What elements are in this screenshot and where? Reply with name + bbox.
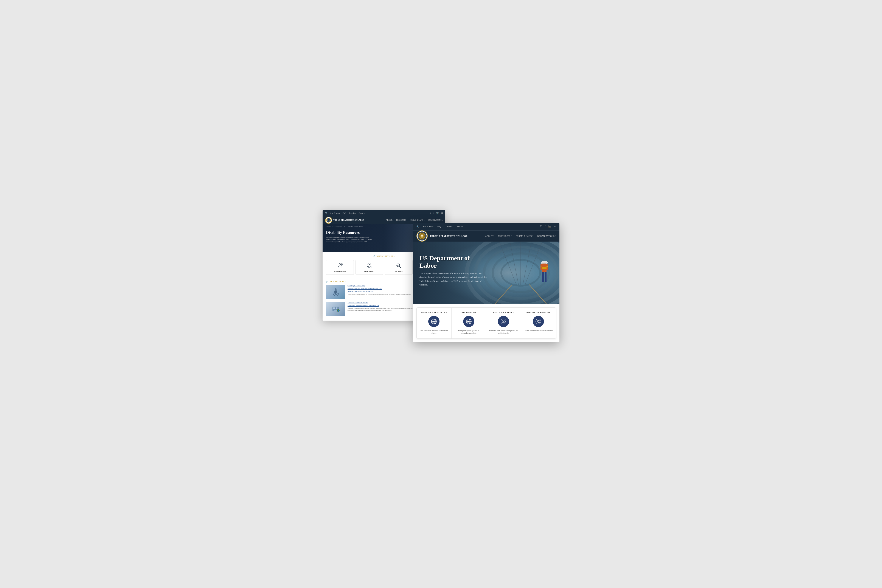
benefit-programs-icon (336, 262, 343, 269)
svg-rect-17 (336, 308, 338, 309)
svg-point-5 (368, 264, 369, 265)
back-nav-resources[interactable]: RESOURCES ▾ (396, 219, 407, 221)
front-hero-title: US Department of Labor (420, 255, 487, 269)
back-topbar: 🔍 A to Z Index FAQ Translate Connect 𝕏 f… (322, 210, 445, 216)
scene: 🔍 A to Z Index FAQ Translate Connect 𝕏 f… (322, 210, 560, 378)
front-social-instagram[interactable]: 📷 (548, 225, 551, 228)
svg-text:👤: 👤 (338, 310, 339, 312)
local-support-icon (366, 262, 373, 269)
svg-line-8 (399, 266, 401, 268)
front-hero-content: US Department of Labor The purpose of th… (413, 242, 494, 287)
local-support-label: Local Support (364, 270, 374, 272)
back-resource-img-office: 👤 (326, 302, 345, 316)
back-topbar-left: 🔍 A to Z Index FAQ Translate Connect (325, 212, 365, 214)
front-nav-resources[interactable]: RESOURCES ▾ (498, 235, 512, 237)
cat-health-safety-title: HEALTH & SAFETY (493, 312, 514, 314)
cat-job-support-icon (463, 316, 474, 327)
svg-point-12 (335, 288, 337, 290)
front-logo-inner (417, 231, 427, 240)
svg-text:DOL: DOL (327, 220, 330, 221)
back-grid-job-search[interactable]: Job Search (385, 260, 412, 275)
front-link-atoz[interactable]: A to Z Index (423, 225, 434, 228)
svg-point-64 (538, 320, 539, 321)
front-nav-orgs[interactable]: ORGANIZATIONS ▾ (537, 235, 556, 237)
back-link-atoz[interactable]: A to Z Index (330, 212, 340, 214)
svg-rect-18 (334, 310, 337, 311)
front-link-translate[interactable]: Translate (444, 225, 452, 228)
front-nav-about[interactable]: ABOUT ▾ (485, 235, 494, 237)
front-search-icon[interactable]: 🔍 (417, 225, 419, 228)
cat-disability-support[interactable]: DISABILITY SUPPORT Locate disability res… (521, 308, 556, 339)
front-topbar-social: 𝕏 f 📷 ✉ (536, 225, 556, 229)
back-hero-desc: Employment for Americans with disabiliti… (326, 236, 375, 243)
front-logo-text: THE US DEPARTMENT OF LABOR (430, 235, 468, 237)
front-nav-forms[interactable]: FORMS & LAWS ▾ (516, 235, 533, 237)
breadcrumb-current: DISABILITY RESOURCES (344, 226, 363, 228)
cat-workers-resources-desc: Gain resources for more secure work plac… (419, 329, 449, 334)
back-nav-orgs[interactable]: ORGANIZATIONS ▾ (428, 219, 443, 221)
forms-chevron: ▾ (532, 235, 533, 237)
front-nav-links: ABOUT ▾ RESOURCES ▾ FORMS & LAWS ▾ ORGAN… (485, 235, 556, 237)
front-nav: THE US DEPARTMENT OF LABOR ABOUT ▾ RESOU… (413, 230, 560, 242)
cat-health-safety-icon (498, 316, 509, 327)
front-hero-desc: The purpose of the Department of Labor i… (420, 272, 487, 287)
orgs-chevron: ▾ (555, 235, 556, 237)
back-resource-img-wheelchair (326, 285, 345, 299)
back-logo-seal: DOL (325, 217, 332, 224)
front-topbar-links: 🔍 A to Z Index FAQ Translate Connect (417, 225, 463, 228)
back-nav-forms[interactable]: FORMS & LAWS ▾ (410, 219, 424, 221)
cat-health-safety-desc: Find info on Coronavirus updates, & heal… (489, 329, 518, 334)
svg-point-14 (337, 293, 339, 296)
front-card-dol-main: 🔍 A to Z Index FAQ Translate Connect 𝕏 f… (413, 223, 560, 342)
back-social-twitter[interactable]: 𝕏 (430, 212, 431, 214)
back-social-facebook[interactable]: f (434, 212, 434, 214)
front-topbar: 🔍 A to Z Index FAQ Translate Connect 𝕏 f… (413, 223, 560, 230)
svg-point-6 (369, 264, 371, 265)
back-link-translate[interactable]: Translate (349, 212, 356, 214)
back-grid-local-support[interactable]: Local Support (356, 260, 383, 275)
cat-job-support-desc: Find job support, grants, & unemployment… (454, 329, 484, 334)
svg-point-13 (333, 293, 336, 296)
back-nav-logo: DOL THE US DEPARTMENT OF LABOR (325, 217, 364, 224)
back-nav-about[interactable]: ABOUT ▾ (386, 219, 393, 221)
svg-point-54 (435, 320, 436, 321)
front-logo-seal (417, 230, 428, 242)
back-link-faq[interactable]: FAQ (343, 212, 346, 214)
cat-job-support-title: JOB SUPPORT (461, 312, 476, 314)
cat-disability-support-icon (533, 316, 544, 327)
front-link-faq[interactable]: FAQ (437, 225, 441, 228)
breadcrumb-resources[interactable]: RESOURCES (333, 226, 342, 228)
cat-workers-resources-title: WORKER'S RESOURCES (421, 312, 447, 314)
cat-health-safety[interactable]: HEALTH & SAFETY Find info on Coronavirus… (486, 308, 521, 339)
breadcrumb-home[interactable]: HOME (326, 226, 331, 228)
cat-job-support[interactable]: JOB SUPPORT Find job support, grants, & … (452, 308, 486, 339)
front-nav-logo: THE US DEPARTMENT OF LABOR (417, 230, 468, 242)
cat-disability-support-desc: Locate disability resources & support (524, 329, 553, 332)
cat-workers-resources-icon (428, 316, 440, 327)
svg-rect-16 (333, 308, 335, 309)
cat-workers-resources[interactable]: WORKER'S RESOURCES Gain resources for mo… (417, 308, 452, 339)
job-search-icon (395, 262, 402, 269)
back-link-connect[interactable]: Connect (358, 212, 365, 214)
back-logo-text: THE US DEPARTMENT OF LABOR (333, 219, 364, 221)
back-social-email[interactable]: ✉ (441, 212, 443, 214)
job-search-label: Job Search (395, 270, 403, 272)
cat-disability-support-title: DISABILITY SUPPORT (526, 312, 550, 314)
front-link-connect[interactable]: Connect (456, 225, 463, 228)
front-hero: US Department of Labor The purpose of th… (413, 242, 560, 304)
back-grid-benefit-programs[interactable]: Benefit Programs (326, 260, 354, 275)
resources-chevron: ▾ (511, 235, 512, 237)
back-social-instagram[interactable]: 📷 (436, 212, 439, 214)
front-social-facebook[interactable]: f (544, 225, 545, 228)
svg-point-53 (433, 321, 435, 322)
svg-point-22 (421, 236, 423, 238)
svg-point-61 (502, 320, 504, 322)
back-nav-links: ABOUT ▾ RESOURCES ▾ FORMS & LAWS ▾ ORGAN… (386, 219, 443, 221)
about-chevron: ▾ (493, 235, 494, 237)
front-social-twitter[interactable]: 𝕏 (540, 225, 542, 228)
back-search-icon[interactable]: 🔍 (325, 212, 327, 214)
front-categories: WORKER'S RESOURCES Gain resources for mo… (417, 308, 556, 339)
front-social-email[interactable]: ✉ (554, 225, 556, 228)
back-topbar-right: 𝕏 f 📷 ✉ (430, 212, 443, 214)
benefit-programs-label: Benefit Programs (334, 270, 346, 272)
